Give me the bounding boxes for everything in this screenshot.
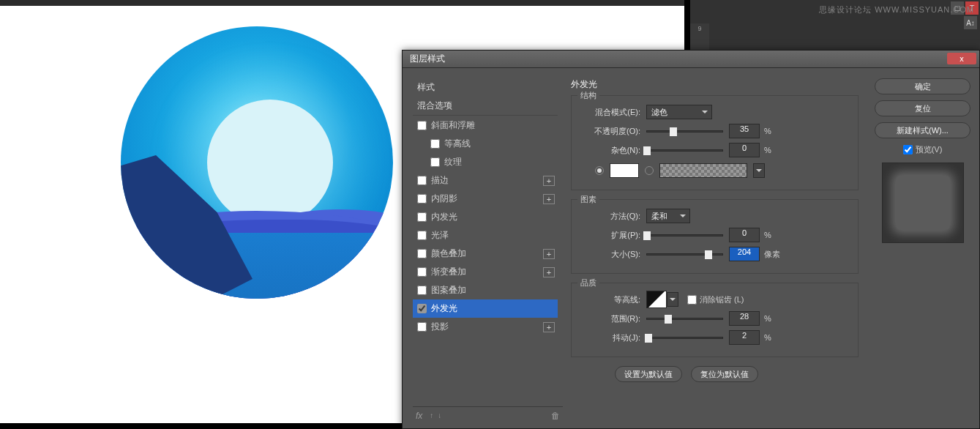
- group-legend: 图素: [577, 194, 599, 205]
- style-item-label: 渐变叠加: [431, 266, 466, 278]
- preview-label: 预览(V): [916, 144, 943, 155]
- align-icon[interactable]: A↕: [964, 16, 977, 29]
- style-checkbox[interactable]: [417, 249, 427, 258]
- unit-label: %: [764, 333, 771, 342]
- preview-checkbox[interactable]: 预览(V): [875, 144, 970, 155]
- style-item[interactable]: 斜面和浮雕: [413, 116, 558, 135]
- style-checkbox[interactable]: [417, 231, 427, 240]
- size-label: 大小(S):: [580, 249, 646, 260]
- gradient-dropdown-icon[interactable]: [753, 163, 765, 178]
- style-item[interactable]: 纹理: [413, 153, 558, 171]
- dialog-titlebar[interactable]: 图层样式 x: [403, 51, 979, 68]
- reset-default-button[interactable]: 复位为默认值: [691, 366, 758, 382]
- moon-shape: [207, 100, 333, 225]
- range-label: 范围(R):: [580, 313, 646, 324]
- style-item[interactable]: 光泽: [413, 226, 558, 245]
- opacity-slider[interactable]: [646, 130, 723, 133]
- layer-style-dialog: 图层样式 x 样式 混合选项 斜面和浮雕等高线纹理描边+内阴影+内发光光泽颜色叠…: [402, 50, 980, 429]
- style-item-label: 等高线: [444, 138, 471, 150]
- style-item-label: 斜面和浮雕: [431, 119, 475, 132]
- spread-label: 扩展(P):: [580, 230, 646, 241]
- ruler: 9: [690, 23, 709, 50]
- style-item[interactable]: 等高线: [413, 135, 558, 153]
- style-item[interactable]: 内发光: [413, 208, 558, 226]
- style-item-label: 图案叠加: [431, 284, 466, 296]
- style-checkbox[interactable]: [417, 121, 427, 130]
- effect-settings: 外发光 结构 混合模式(E): 滤色 不透明度(O): 35 % 杂色(N): …: [564, 68, 866, 429]
- add-effect-icon[interactable]: +: [543, 249, 555, 259]
- add-effect-icon[interactable]: +: [543, 176, 555, 186]
- style-item-label: 投影: [431, 321, 449, 333]
- make-default-button[interactable]: 设置为默认值: [615, 366, 682, 382]
- size-slider[interactable]: [646, 253, 723, 255]
- fx-menu-icon[interactable]: fx: [416, 411, 422, 421]
- glow-color-swatch[interactable]: [610, 163, 639, 178]
- blending-options[interactable]: 混合选项: [413, 97, 558, 116]
- jitter-input[interactable]: 2: [729, 330, 760, 345]
- style-checkbox[interactable]: [417, 176, 427, 185]
- spread-input[interactable]: 0: [729, 228, 760, 242]
- spread-slider[interactable]: [646, 234, 723, 236]
- ok-button[interactable]: 确定: [875, 78, 970, 94]
- style-item-label: 内阴影: [431, 193, 457, 205]
- style-checkbox[interactable]: [417, 267, 427, 277]
- elements-group: 图素 方法(Q): 柔和 扩展(P): 0 % 大小(S): 204 像素: [571, 199, 859, 274]
- artwork-circle: [121, 26, 393, 299]
- gradient-radio[interactable]: [645, 166, 654, 175]
- arrow-down-icon[interactable]: ↓: [438, 411, 443, 419]
- noise-label: 杂色(N):: [580, 145, 646, 156]
- quality-group: 品质 等高线: 消除锯齿 (L) 范围(R): 28 % 抖动(J):: [571, 283, 859, 357]
- style-item-label: 颜色叠加: [431, 247, 466, 260]
- contour-dropdown-icon[interactable]: [667, 292, 678, 307]
- technique-dropdown[interactable]: 柔和: [646, 209, 690, 223]
- antialias-checkbox[interactable]: 消除锯齿 (L): [687, 294, 744, 305]
- close-button[interactable]: x: [947, 53, 976, 64]
- trash-icon[interactable]: 🗑: [551, 411, 560, 421]
- new-style-button[interactable]: 新建样式(W)...: [875, 122, 970, 138]
- add-effect-icon[interactable]: +: [543, 267, 555, 277]
- style-checkbox[interactable]: [417, 304, 427, 313]
- style-item[interactable]: 投影+: [413, 318, 558, 336]
- unit-label: %: [764, 127, 771, 135]
- unit-label: %: [764, 231, 771, 239]
- styles-list: 样式 混合选项 斜面和浮雕等高线纹理描边+内阴影+内发光光泽颜色叠加+渐变叠加+…: [403, 68, 564, 429]
- color-radio[interactable]: [595, 166, 604, 175]
- unit-label: %: [764, 146, 771, 154]
- glow-gradient-swatch[interactable]: [659, 163, 747, 178]
- style-item[interactable]: 外发光: [413, 299, 558, 318]
- opacity-input[interactable]: 35: [729, 124, 760, 138]
- size-input[interactable]: 204: [729, 247, 760, 261]
- style-item[interactable]: 描边+: [413, 171, 558, 190]
- unit-label: 像素: [764, 249, 780, 260]
- preview-box: [882, 163, 964, 243]
- group-legend: 品质: [577, 277, 599, 288]
- style-item-label: 描边: [431, 174, 449, 187]
- style-checkbox[interactable]: [417, 194, 427, 204]
- arrow-up-icon[interactable]: ↑: [430, 411, 435, 419]
- jitter-slider[interactable]: [646, 337, 723, 339]
- styles-footer: fx ↑ ↓ 🗑: [413, 406, 563, 424]
- style-item[interactable]: 渐变叠加+: [413, 263, 558, 281]
- styles-heading[interactable]: 样式: [413, 78, 558, 97]
- style-checkbox[interactable]: [430, 157, 440, 167]
- noise-slider[interactable]: [646, 149, 723, 152]
- style-item[interactable]: 图案叠加: [413, 281, 558, 299]
- add-effect-icon[interactable]: +: [543, 322, 555, 332]
- style-item[interactable]: 内阴影+: [413, 190, 558, 208]
- range-slider[interactable]: [646, 318, 723, 320]
- range-input[interactable]: 28: [729, 311, 760, 326]
- style-item[interactable]: 颜色叠加+: [413, 245, 558, 263]
- jitter-label: 抖动(J):: [580, 332, 646, 343]
- style-checkbox[interactable]: [417, 286, 427, 295]
- cancel-button[interactable]: 复位: [875, 100, 970, 116]
- technique-label: 方法(Q):: [580, 211, 646, 222]
- style-checkbox[interactable]: [417, 322, 427, 332]
- noise-input[interactable]: 0: [729, 143, 760, 157]
- contour-swatch[interactable]: [646, 291, 667, 308]
- group-legend: 结构: [577, 90, 599, 101]
- blend-mode-dropdown[interactable]: 滤色: [646, 105, 712, 119]
- style-checkbox[interactable]: [417, 212, 427, 222]
- dialog-side-buttons: 确定 复位 新建样式(W)... 预览(V): [866, 68, 979, 429]
- add-effect-icon[interactable]: +: [543, 194, 555, 204]
- style-checkbox[interactable]: [430, 139, 440, 149]
